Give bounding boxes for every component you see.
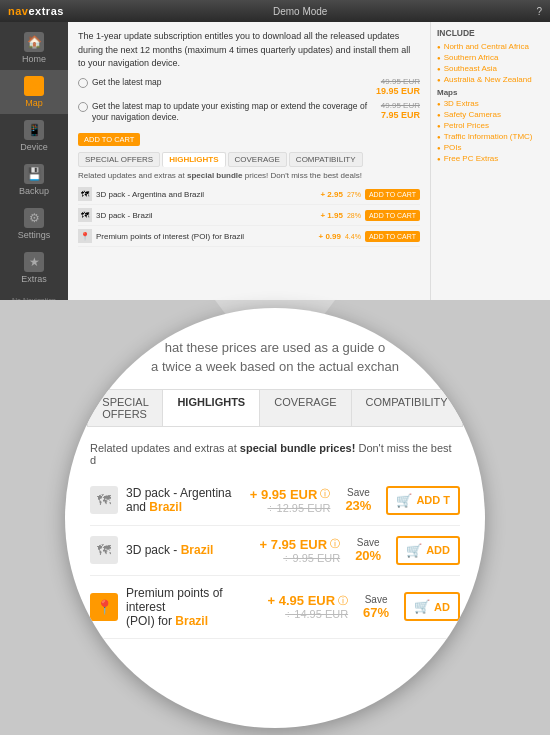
zoom-tab-special-offers[interactable]: SPECIAL OFFERS [88, 390, 163, 426]
title-bar-nav: Demo Mode [72, 6, 529, 17]
bundle-name-1: 3D pack - Brazil [96, 211, 316, 220]
zoom-tab-coverage[interactable]: COVERAGE [260, 390, 351, 426]
zoom-cart-label-1: ADD [426, 544, 450, 556]
zoom-price-block-0: + 9.95 EUR ⓘ ÷ 12.95 EUR [250, 487, 331, 514]
zoom-price-info-2[interactable]: ⓘ [338, 594, 348, 608]
title-bar: navextras Demo Mode ? [0, 0, 550, 22]
partial-map-new-price: 7.95 EUR [381, 110, 420, 120]
bundle-header-small: Related updates and extras at special bu… [78, 171, 420, 180]
zoom-header-line1: hat these prices are used as a guide o [165, 340, 385, 355]
cart-icon-1: 🛒 [406, 543, 422, 558]
main-content: The 1-year update subscription entitles … [68, 22, 430, 310]
zoom-cart-btn-2[interactable]: 🛒 AD [404, 592, 460, 621]
zoom-bundle-item-0: 🗺 3D pack - Argentina and Brazil + 9.95 … [90, 476, 460, 526]
zoom-bundle-icon-2: 📍 [90, 593, 118, 621]
full-map-label: Get the latest map [92, 77, 372, 89]
zoom-save-label-2: Save [356, 594, 396, 605]
bundle-cart-0[interactable]: ADD TO CART [365, 189, 420, 200]
zoom-price-old-0: ÷ 12.95 EUR [250, 502, 331, 514]
price-option-full-map[interactable]: Get the latest map 49.95 EUR 19.95 EUR [78, 77, 420, 96]
zoom-price-row-1: + 7.95 EUR ⓘ [260, 537, 341, 552]
sidebar-item-extras-label: Extras [21, 274, 47, 284]
zoom-price-info-1[interactable]: ⓘ [330, 537, 340, 551]
partial-map-prices: 49.95 EUR 7.95 EUR [381, 101, 420, 120]
zoom-price-block-1: + 7.95 EUR ⓘ ÷ 9.95 EUR [260, 537, 341, 564]
tab-special-offers[interactable]: SPECIAL OFFERS [78, 152, 160, 167]
zoom-bundle-icon-1: 🗺 [90, 536, 118, 564]
sidebar-item-backup[interactable]: 💾 Backup [0, 158, 68, 202]
radio-full-map[interactable] [78, 78, 88, 88]
bundle-row-0: 🗺 3D pack - Argentina and Brazil + 2.95 … [78, 184, 420, 205]
zoom-save-block-2: Save 67% [356, 594, 396, 620]
radio-partial-map[interactable] [78, 102, 88, 112]
help-btn[interactable]: ? [536, 6, 542, 17]
map-icon: 🗺 [24, 76, 44, 96]
extra-item-2: Petrol Prices [437, 121, 544, 130]
bundle-cart-2[interactable]: ADD TO CART [365, 231, 420, 242]
zoom-bundle-name-1: 3D pack - Brazil [126, 543, 252, 557]
extra-item-4: POIs [437, 143, 544, 152]
region-item-3: Australia & New Zealand [437, 75, 544, 84]
bundle-name-0: 3D pack - Argentina and Brazil [96, 190, 316, 199]
bundle-icon-0: 🗺 [78, 187, 92, 201]
zoom-price-info-0[interactable]: ⓘ [320, 487, 330, 501]
zoom-price-new-1: + 7.95 EUR [260, 537, 328, 552]
extra-item-5: Free PC Extras [437, 154, 544, 163]
zoom-price-old-1: ÷ 9.95 EUR [260, 552, 341, 564]
sidebar-item-map-label: Map [25, 98, 43, 108]
tab-highlights[interactable]: HIGHLIGHTS [162, 152, 225, 167]
add-to-cart-button[interactable]: ADD TO CART [78, 133, 140, 146]
bundle-name-2: Premium points of interest (POI) for Bra… [96, 232, 314, 241]
zoom-save-pct-0: 23% [338, 498, 378, 513]
zoom-circle: hat these prices are used as a guide o a… [65, 308, 485, 728]
zoom-bundle-item-2: 📍 Premium points of interest(POI) for Br… [90, 576, 460, 639]
right-panel-title: INCLUDE [437, 28, 544, 38]
sidebar-item-device[interactable]: 📱 Device [0, 114, 68, 158]
tabs-small: SPECIAL OFFERS HIGHLIGHTS COVERAGE COMPA… [78, 152, 420, 167]
sidebar-item-map[interactable]: 🗺 Map [0, 70, 68, 114]
zoom-bundle-highlight-2: Brazil [175, 614, 208, 628]
zoom-bundle-header: Related updates and extras at special bu… [90, 442, 460, 466]
zoom-header-line2: a twice a week based on the actual excha… [151, 359, 399, 374]
zoom-tab-compatibility[interactable]: COMPATIBILITY [352, 390, 462, 426]
partial-map-original-price: 49.95 EUR [381, 101, 420, 110]
sidebar-item-home[interactable]: 🏠 Home [0, 26, 68, 70]
zoom-bundle-item-1: 🗺 3D pack - Brazil + 7.95 EUR ⓘ ÷ 9.95 E… [90, 526, 460, 576]
zoom-tab-highlights[interactable]: HIGHLIGHTS [163, 390, 260, 426]
zoom-bundle-name-0: 3D pack - Argentina and Brazil [126, 486, 242, 514]
zoom-price-block-2: + 4.95 EUR ⓘ ÷ 14.95 EUR [268, 593, 349, 620]
region-item-1: Southern Africa [437, 53, 544, 62]
bundle-save-2: 4.4% [345, 233, 361, 240]
sidebar-item-settings[interactable]: ⚙ Settings [0, 202, 68, 246]
full-map-prices: 49.95 EUR 19.95 EUR [376, 77, 420, 96]
zoom-price-row-2: + 4.95 EUR ⓘ [268, 593, 349, 608]
sidebar-item-device-label: Device [20, 142, 48, 152]
bundle-cart-1[interactable]: ADD TO CART [365, 210, 420, 221]
zoom-save-block-1: Save 20% [348, 537, 388, 563]
bundle-icon-2: 📍 [78, 229, 92, 243]
cart-icon-0: 🛒 [396, 493, 412, 508]
bundle-save-0: 27% [347, 191, 361, 198]
zoom-price-new-0: + 9.95 EUR [250, 487, 318, 502]
zoom-save-block-0: Save 23% [338, 487, 378, 513]
price-option-partial-map[interactable]: Get the latest map to update your existi… [78, 101, 420, 125]
zoom-area: hat these prices are used as a guide o a… [0, 300, 550, 735]
bundle-price-1: + 1.95 [320, 211, 342, 220]
demo-mode-label: Demo Mode [273, 6, 327, 17]
app-body: 🏠 Home 🗺 Map 📱 Device 💾 Backup ⚙ Setting… [0, 22, 550, 310]
zoom-cart-btn-1[interactable]: 🛒 ADD [396, 536, 460, 565]
zoom-bundle-highlight-0: Brazil [149, 500, 182, 514]
zoom-bundle-highlight-1: Brazil [181, 543, 214, 557]
sidebar-item-extras[interactable]: ★ Extras [0, 246, 68, 290]
app-window: navextras Demo Mode ? 🏠 Home 🗺 Map 📱 Dev… [0, 0, 550, 310]
bundle-row-1: 🗺 3D pack - Brazil + 1.95 28% ADD TO CAR… [78, 205, 420, 226]
region-item-0: North and Central Africa [437, 42, 544, 51]
zoom-header: hat these prices are used as a guide o a… [151, 338, 399, 377]
bundle-price-0: + 2.95 [320, 190, 342, 199]
tab-compatibility[interactable]: COMPATIBILITY [289, 152, 363, 167]
zoom-bundle-name-2: Premium points of interest(POI) for Braz… [126, 586, 260, 628]
tab-coverage[interactable]: COVERAGE [228, 152, 287, 167]
zoom-cart-btn-0[interactable]: 🛒 ADD T [386, 486, 460, 515]
maps-section-label: Maps [437, 88, 544, 97]
sidebar-item-settings-label: Settings [18, 230, 51, 240]
